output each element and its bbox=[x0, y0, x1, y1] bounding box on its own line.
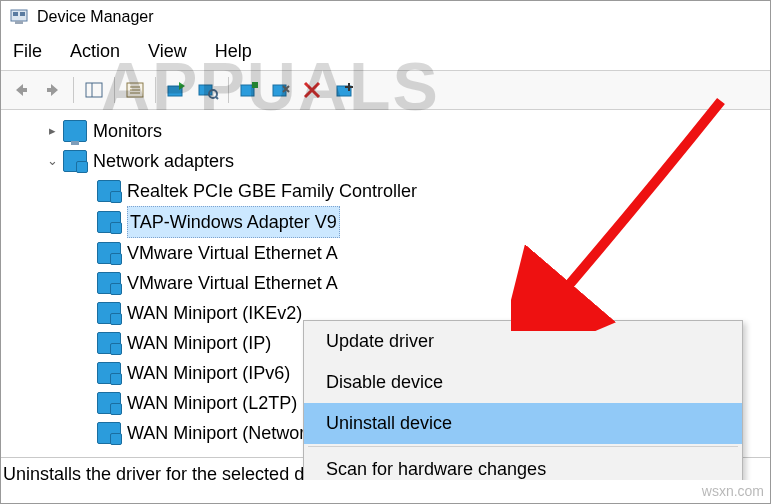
toolbar-separator bbox=[155, 77, 156, 103]
toolbar bbox=[1, 70, 770, 110]
context-menu: Update driver Disable device Uninstall d… bbox=[303, 320, 743, 480]
network-adapter-icon bbox=[97, 362, 121, 384]
network-adapter-icon bbox=[97, 332, 121, 354]
tree-node-monitors[interactable]: ▸ Monitors bbox=[5, 116, 766, 146]
toolbar-separator bbox=[114, 77, 115, 103]
scan-hardware-button[interactable] bbox=[194, 76, 222, 104]
network-adapter-icon bbox=[97, 211, 121, 233]
svg-line-13 bbox=[216, 97, 218, 99]
status-text: Uninstalls the driver for the selected d… bbox=[3, 464, 351, 484]
monitor-icon bbox=[63, 120, 87, 142]
properties-button[interactable] bbox=[121, 76, 149, 104]
window-title: Device Manager bbox=[37, 8, 154, 26]
svg-rect-1 bbox=[13, 12, 18, 16]
disable-device-button[interactable] bbox=[267, 76, 295, 104]
context-menu-separator bbox=[308, 446, 738, 447]
uninstall-device-button[interactable] bbox=[299, 76, 327, 104]
tree-label: WAN Miniport (L2TP) bbox=[127, 388, 297, 418]
svg-rect-15 bbox=[252, 82, 258, 88]
back-button[interactable] bbox=[7, 76, 35, 104]
tree-node-vmware1[interactable]: VMware Virtual Ethernet A bbox=[5, 238, 766, 268]
tree-node-tap-adapter[interactable]: TAP-Windows Adapter V9 bbox=[5, 206, 766, 238]
tree-panel: ▸ Monitors ⌄ Network adapters Realtek PC… bbox=[1, 110, 770, 480]
add-legacy-hardware-button[interactable] bbox=[331, 76, 359, 104]
menu-bar: File Action View Help bbox=[1, 33, 770, 70]
toolbar-separator bbox=[73, 77, 74, 103]
tree-node-vmware2[interactable]: VMware Virtual Ethernet A bbox=[5, 268, 766, 298]
context-uninstall-device[interactable]: Uninstall device bbox=[304, 403, 742, 444]
chevron-right-icon[interactable]: ▸ bbox=[45, 124, 59, 138]
network-adapter-icon bbox=[97, 302, 121, 324]
tree-label: Monitors bbox=[93, 116, 162, 146]
network-adapter-icon bbox=[97, 180, 121, 202]
tree-label: Network adapters bbox=[93, 146, 234, 176]
chevron-down-icon[interactable]: ⌄ bbox=[45, 154, 59, 168]
menu-action[interactable]: Action bbox=[70, 41, 120, 62]
context-scan-hardware[interactable]: Scan for hardware changes bbox=[304, 449, 742, 480]
menu-help[interactable]: Help bbox=[215, 41, 252, 62]
svg-rect-3 bbox=[15, 21, 23, 24]
enable-device-button[interactable] bbox=[235, 76, 263, 104]
show-hide-tree-button[interactable] bbox=[80, 76, 108, 104]
network-adapter-icon bbox=[97, 422, 121, 444]
forward-button[interactable] bbox=[39, 76, 67, 104]
source-watermark: wsxn.com bbox=[702, 483, 764, 499]
toolbar-separator bbox=[228, 77, 229, 103]
update-driver-button[interactable] bbox=[162, 76, 190, 104]
context-update-driver[interactable]: Update driver bbox=[304, 321, 742, 362]
tree-label: TAP-Windows Adapter V9 bbox=[127, 206, 340, 238]
tree-label: WAN Miniport (IP) bbox=[127, 328, 271, 358]
tree-label: WAN Miniport (Network bbox=[127, 418, 314, 448]
tree-label: WAN Miniport (IPv6) bbox=[127, 358, 290, 388]
tree-label: Realtek PCIe GBE Family Controller bbox=[127, 176, 417, 206]
menu-view[interactable]: View bbox=[148, 41, 187, 62]
network-adapter-icon bbox=[97, 242, 121, 264]
network-adapter-icon bbox=[97, 272, 121, 294]
title-bar: Device Manager bbox=[1, 1, 770, 33]
tree-label: VMware Virtual Ethernet A bbox=[127, 238, 338, 268]
tree-label: WAN Miniport (IKEv2) bbox=[127, 298, 302, 328]
tree-node-network-adapters[interactable]: ⌄ Network adapters bbox=[5, 146, 766, 176]
tree-node-realtek[interactable]: Realtek PCIe GBE Family Controller bbox=[5, 176, 766, 206]
menu-file[interactable]: File bbox=[13, 41, 42, 62]
context-disable-device[interactable]: Disable device bbox=[304, 362, 742, 403]
network-adapter-icon bbox=[63, 150, 87, 172]
svg-rect-4 bbox=[86, 83, 102, 97]
svg-rect-2 bbox=[20, 12, 25, 16]
tree-label: VMware Virtual Ethernet A bbox=[127, 268, 338, 298]
device-manager-icon bbox=[9, 7, 29, 27]
network-adapter-icon bbox=[97, 392, 121, 414]
